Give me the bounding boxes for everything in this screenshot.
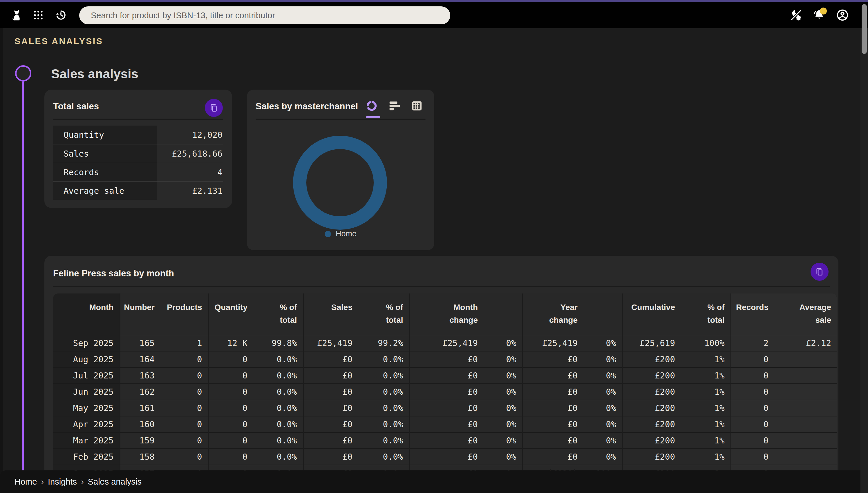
value-cell: £0 (523, 432, 584, 449)
top-navigation-bar (0, 2, 868, 28)
value-cell: 0.0% (253, 384, 303, 400)
chart-legend: Home (247, 229, 434, 238)
value-cell: 0.0% (358, 400, 409, 416)
value-cell: 0 (731, 351, 774, 367)
table-row: Feb 2025158000.0%£00.0%£00%£00%£2001%0 (53, 449, 837, 465)
value-cell: £0 (409, 351, 484, 367)
page-title: Sales analysis (51, 67, 139, 81)
copy-monthly-table-button[interactable] (810, 263, 828, 281)
value-cell: 0 (208, 384, 253, 400)
value-cell: 159 (120, 432, 161, 449)
app-logo-cat[interactable] (9, 7, 25, 23)
value-cell: 0% (484, 400, 523, 416)
value-cell: 0 (208, 351, 253, 367)
value-cell: 0 (208, 400, 253, 416)
total-sales-title: Total sales (53, 101, 99, 112)
value-cell: 1% (681, 432, 731, 449)
card-divider (53, 286, 830, 287)
table-row: Jul 2025163000.0%£00.0%£00%£00%£2001%0 (53, 367, 837, 384)
month-cell: May 2025 (53, 400, 120, 416)
table-row: May 2025161000.0%£00.0%£00%£00%£2001%0 (53, 400, 837, 416)
value-cell: £0 (409, 400, 484, 416)
metric-label: Records (53, 163, 157, 181)
copy-total-sales-button[interactable] (205, 99, 223, 117)
tab-bar-chart[interactable] (387, 98, 402, 113)
value-cell: 0.0% (253, 416, 303, 432)
value-cell: 0 (731, 367, 774, 384)
value-cell: £0 (303, 432, 358, 449)
value-cell: £200 (622, 416, 681, 432)
scrollbar-track[interactable] (861, 28, 868, 493)
topbar-right-icons (788, 2, 851, 28)
table-row: Jun 2025162000.0%£00.0%£00%£00%£2001%0 (53, 384, 837, 400)
value-cell: £0 (523, 416, 584, 432)
value-cell: 0% (484, 449, 523, 465)
theme-toggle-button[interactable] (788, 7, 804, 23)
value-cell: £0 (523, 449, 584, 465)
value-cell: 0.0% (358, 384, 409, 400)
breadcrumb: Home›Insights›Sales analysis (15, 477, 142, 487)
value-cell: 0 (731, 432, 774, 449)
monthly-sales-card: Feline Press sales by month MonthNumberP… (44, 256, 839, 493)
table-row: Apr 2025160000.0%£00.0%£00%£00%£2001%0 (53, 416, 837, 432)
app-launcher-button[interactable] (30, 7, 46, 23)
value-cell: 0 (731, 416, 774, 432)
column-header: Average sale (774, 294, 837, 335)
metric-row: Quantity12,020 (53, 126, 223, 144)
total-sales-card: Total sales Quantity12,020Sales£25,618.6… (44, 90, 232, 208)
masterchannel-donut-ring (300, 143, 380, 223)
value-cell: £0 (523, 367, 584, 384)
history-button[interactable] (53, 7, 69, 23)
breadcrumb-item[interactable]: Home (15, 477, 37, 487)
value-cell: 0% (584, 384, 622, 400)
value-cell (774, 432, 837, 449)
value-cell: 163 (120, 367, 161, 384)
value-cell (774, 367, 837, 384)
card-divider (53, 119, 223, 120)
value-cell (774, 416, 837, 432)
value-cell: 0% (584, 367, 622, 384)
masterchannel-card: Sales by masterchannel (247, 90, 434, 250)
breadcrumb-separator: › (81, 477, 84, 487)
breadcrumb-item[interactable]: Insights (48, 477, 77, 487)
value-cell: 0 (731, 449, 774, 465)
value-cell: £200 (622, 351, 681, 367)
search-input[interactable] (79, 6, 450, 24)
column-header: Quantity (208, 294, 253, 335)
value-cell: £0 (303, 400, 358, 416)
value-cell: 2 (731, 335, 774, 351)
month-cell: Aug 2025 (53, 351, 120, 367)
value-cell: 0.0% (253, 432, 303, 449)
month-cell: Jun 2025 (53, 384, 120, 400)
value-cell: 12 K (208, 335, 253, 351)
account-button[interactable] (834, 7, 851, 23)
notification-badge (820, 7, 827, 15)
value-cell: 99.8% (253, 335, 303, 351)
value-cell: 1% (681, 449, 731, 465)
column-header: Month change (409, 294, 484, 335)
copy-icon (209, 103, 219, 113)
masterchannel-donut-chart[interactable] (288, 130, 392, 235)
column-header: Sales (303, 294, 358, 335)
value-cell: 0.0% (253, 351, 303, 367)
card-divider (256, 119, 426, 120)
month-cell: Mar 2025 (53, 432, 120, 449)
table-row: Aug 2025164000.0%£00.0%£00%£00%£2001%0 (53, 351, 837, 367)
month-cell: Jul 2025 (53, 367, 120, 384)
notifications-button[interactable] (811, 7, 827, 23)
value-cell: 0.0% (358, 416, 409, 432)
value-cell: £0 (303, 367, 358, 384)
user-avatar-icon (836, 8, 849, 22)
value-cell: 161 (120, 400, 161, 416)
value-cell: 0 (161, 416, 208, 432)
legend-item[interactable]: Home (325, 229, 357, 238)
scrollbar-thumb[interactable] (862, 4, 867, 54)
column-header: Year change (523, 294, 584, 335)
value-cell (774, 400, 837, 416)
theme-toggle-icon (789, 8, 803, 22)
column-header: % of total (253, 294, 303, 335)
month-cell: Feb 2025 (53, 449, 120, 465)
value-cell: £0 (303, 384, 358, 400)
tab-donut-chart[interactable] (364, 98, 379, 113)
tab-table-view[interactable] (409, 98, 424, 113)
